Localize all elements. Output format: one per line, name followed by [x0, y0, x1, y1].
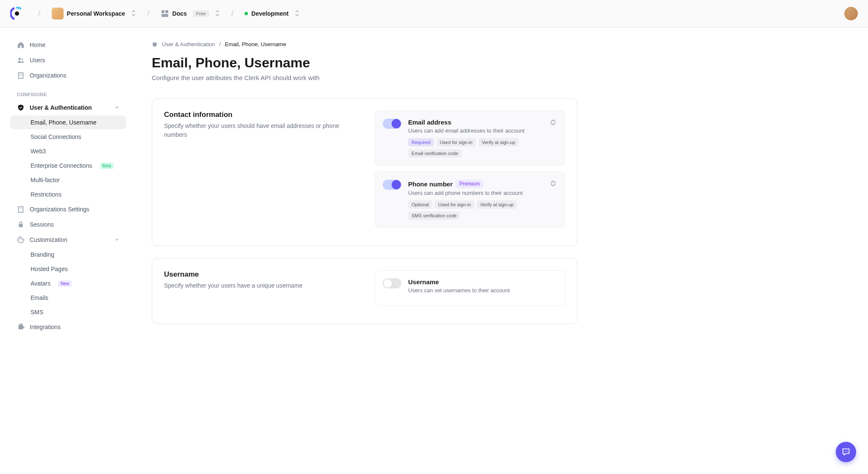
svg-rect-7: [19, 74, 20, 75]
sidebar-label: SMS: [31, 309, 43, 316]
svg-rect-9: [19, 75, 20, 76]
tag: Email verification code: [408, 149, 462, 158]
sidebar-subitem-social-connections[interactable]: Social Connections: [10, 130, 126, 144]
svg-rect-6: [19, 73, 23, 79]
phone-number-option: Phone number Premium Users can add phone…: [375, 172, 565, 228]
plan-badge: Free: [193, 10, 209, 17]
sidebar-label: Branding: [31, 251, 54, 258]
chevron-down-icon: [114, 237, 120, 243]
svg-rect-12: [19, 208, 20, 208]
app-name: Docs: [172, 10, 187, 17]
main-content: User & Authentication / Email, Phone, Us…: [131, 28, 598, 349]
sidebar-label: Sessions: [30, 221, 54, 228]
building-icon: [17, 205, 25, 213]
svg-point-0: [15, 11, 19, 16]
gear-icon[interactable]: [549, 119, 557, 126]
email-toggle[interactable]: [383, 119, 401, 129]
svg-point-16: [19, 238, 20, 238]
tag: Verify at sign-up: [479, 138, 519, 147]
sidebar-subitem-avatars[interactable]: Avatars New: [10, 277, 126, 290]
sidebar-subitem-multi-factor[interactable]: Multi-factor: [10, 173, 126, 187]
tag: Verify at sign-up: [477, 200, 517, 209]
sidebar-label: Restrictions: [31, 191, 61, 198]
sidebar-item-sessions[interactable]: Sessions: [10, 217, 126, 232]
svg-point-5: [22, 58, 23, 60]
environment-selector[interactable]: Development: [240, 7, 304, 20]
contact-information-card: Contact information Specify whether your…: [152, 98, 577, 246]
workspace-selector[interactable]: Personal Workspace: [47, 5, 140, 22]
environment-name: Development: [251, 10, 289, 17]
breadcrumb-current: Email, Phone, Username: [225, 41, 287, 47]
sidebar-item-user-auth[interactable]: User & Authentication: [10, 100, 126, 115]
chevron-down-icon: [114, 105, 120, 111]
username-card: Username Specify whether your users have…: [152, 258, 577, 324]
svg-rect-11: [19, 207, 23, 213]
svg-rect-8: [21, 74, 22, 75]
sidebar-item-users[interactable]: Users: [10, 53, 126, 67]
sidebar-label: Emails: [31, 294, 48, 301]
card-title: Contact information: [164, 111, 354, 119]
env-status-dot: [245, 12, 248, 15]
email-address-option: Email address Users can add email addres…: [375, 111, 565, 166]
sidebar-item-integrations[interactable]: Integrations: [10, 320, 126, 334]
sidebar-item-organizations-settings[interactable]: Organizations Settings: [10, 202, 126, 216]
palette-icon: [17, 236, 25, 244]
shield-icon: [152, 42, 158, 47]
sidebar-item-customization[interactable]: Customization: [10, 233, 126, 247]
option-title: Email address: [408, 119, 542, 126]
tag: Used for sign-in: [435, 200, 474, 209]
sidebar-subitem-email-phone-username[interactable]: Email, Phone, Username: [10, 116, 126, 129]
sidebar-label: Organizations Settings: [30, 206, 89, 213]
sidebar-section-configure: CONFIGURE: [10, 83, 126, 100]
sidebar-subitem-emails[interactable]: Emails: [10, 291, 126, 305]
breadcrumb-parent[interactable]: User & Authentication: [162, 41, 215, 47]
selector-icon: [131, 10, 136, 18]
app-selector[interactable]: Docs Free: [156, 7, 225, 20]
card-desc: Specify whether your users should have e…: [164, 122, 354, 139]
sidebar-label: User & Authentication: [30, 104, 92, 111]
svg-rect-1: [161, 10, 164, 13]
sidebar-label: Customization: [30, 236, 67, 243]
sidebar-subitem-hosted-pages[interactable]: Hosted Pages: [10, 262, 126, 276]
option-desc: Users can add phone numbers to their acc…: [408, 190, 542, 196]
svg-point-4: [19, 58, 21, 60]
separator: /: [38, 9, 41, 19]
page-subtitle: Configure the user attributes the Clerk …: [152, 74, 577, 81]
sidebar-subitem-web3[interactable]: Web3: [10, 144, 126, 158]
sidebar-subitem-branding[interactable]: Branding: [10, 248, 126, 261]
svg-rect-2: [165, 10, 168, 13]
shield-icon: [17, 104, 25, 111]
gear-icon[interactable]: [549, 180, 557, 187]
option-title: Username: [408, 278, 557, 286]
separator: /: [231, 9, 234, 19]
sidebar-subitem-enterprise-connections[interactable]: Enterprise Connections Beta: [10, 159, 126, 172]
tag-required: Required: [408, 138, 434, 147]
user-avatar[interactable]: [844, 7, 858, 20]
workspace-name: Personal Workspace: [67, 10, 125, 17]
svg-rect-3: [161, 14, 168, 17]
app-grid-icon: [161, 9, 169, 18]
sidebar-item-home[interactable]: Home: [10, 38, 126, 52]
sidebar-item-organizations[interactable]: Organizations: [10, 68, 126, 83]
phone-toggle[interactable]: [383, 180, 401, 190]
tag: Used for sign-in: [437, 138, 476, 147]
sidebar-label: Email, Phone, Username: [31, 119, 97, 126]
sidebar-label: Web3: [31, 148, 46, 155]
tag: SMS verification code: [408, 211, 460, 220]
sidebar-label: Users: [30, 57, 45, 64]
username-toggle[interactable]: [383, 278, 401, 288]
card-title: Username: [164, 270, 354, 279]
clerk-logo[interactable]: [10, 7, 24, 20]
premium-badge: Premium: [456, 180, 483, 188]
sidebar-subitem-sms[interactable]: SMS: [10, 305, 126, 319]
sidebar-subitem-restrictions[interactable]: Restrictions: [10, 188, 126, 201]
selector-icon: [295, 10, 300, 18]
sidebar-label: Social Connections: [31, 133, 81, 140]
option-desc: Users can set usernames to their account: [408, 287, 557, 294]
page-title: Email, Phone, Username: [152, 55, 577, 71]
tag: Optional: [408, 200, 432, 209]
option-desc: Users can add email addresses to their a…: [408, 128, 542, 134]
lock-icon: [17, 221, 25, 228]
breadcrumb: User & Authentication / Email, Phone, Us…: [152, 41, 577, 47]
sidebar-label: Integrations: [30, 324, 61, 330]
